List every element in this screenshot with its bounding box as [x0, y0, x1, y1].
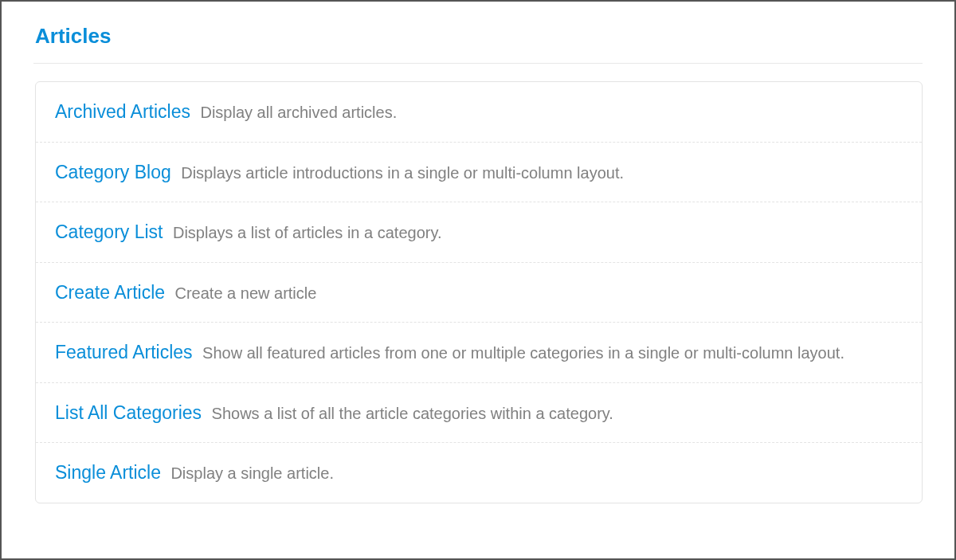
list-item-category-blog[interactable]: Category Blog Displays article introduct… — [36, 142, 922, 202]
desc-create-article: Create a new article — [175, 284, 317, 302]
desc-list-all-categories: Shows a list of all the article categori… — [212, 405, 613, 422]
desc-archived-articles: Display all archived articles. — [200, 104, 397, 121]
link-single-article[interactable]: Single Article — [55, 462, 161, 483]
section-title: Articles — [35, 24, 923, 49]
list-item-list-all-categories[interactable]: List All Categories Shows a list of all … — [36, 382, 922, 443]
link-category-blog[interactable]: Category Blog — [55, 162, 171, 182]
desc-category-blog: Displays article introductions in a sing… — [181, 164, 624, 182]
link-category-list[interactable]: Category List — [55, 221, 163, 242]
desc-featured-articles: Show all featured articles from one or m… — [202, 344, 844, 362]
link-featured-articles[interactable]: Featured Articles — [55, 342, 193, 362]
articles-panel: Articles Archived Articles Display all a… — [2, 2, 954, 519]
list-item-category-list[interactable]: Category List Displays a list of article… — [36, 202, 922, 262]
section-divider — [33, 63, 923, 64]
link-list-all-categories[interactable]: List All Categories — [55, 402, 202, 423]
link-create-article[interactable]: Create Article — [55, 282, 165, 303]
list-item-single-article[interactable]: Single Article Display a single article. — [36, 442, 922, 503]
link-archived-articles[interactable]: Archived Articles — [55, 101, 190, 122]
list-item-archived-articles[interactable]: Archived Articles Display all archived a… — [36, 82, 922, 142]
list-item-featured-articles[interactable]: Featured Articles Show all featured arti… — [36, 322, 922, 382]
desc-single-article: Display a single article. — [170, 464, 334, 482]
menu-type-list: Archived Articles Display all archived a… — [35, 81, 923, 503]
list-item-create-article[interactable]: Create Article Create a new article — [36, 262, 922, 323]
desc-category-list: Displays a list of articles in a categor… — [173, 224, 442, 241]
